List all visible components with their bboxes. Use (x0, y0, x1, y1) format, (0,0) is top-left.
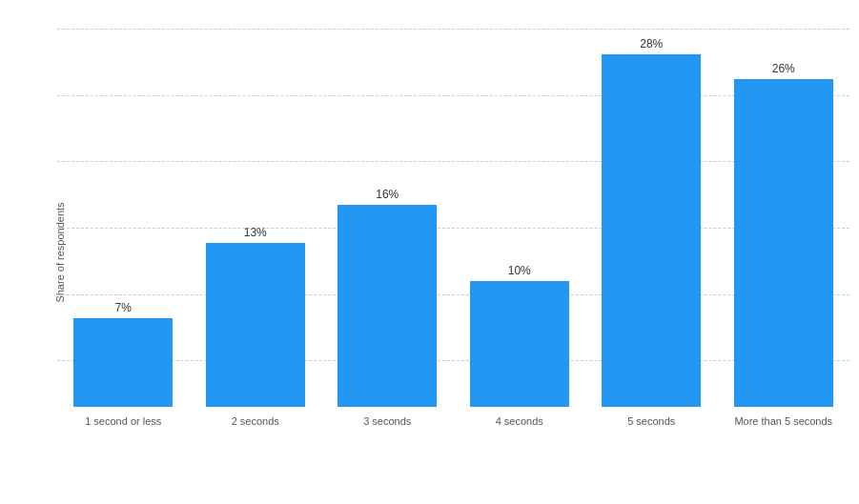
bars-wrapper: 7%13%16%10%28%26% (57, 19, 849, 407)
bar-group-bar-2: 13% (190, 19, 322, 407)
bar-value-label-bar-5: 28% (640, 37, 663, 50)
bar-bar-4 (470, 281, 569, 407)
bar-value-label-bar-6: 26% (772, 62, 795, 75)
bar-group-bar-5: 28% (585, 19, 718, 407)
bar-group-bar-4: 10% (454, 19, 586, 407)
chart-container: Share of respondents 7%13%16%10%28%26% 1… (0, 0, 859, 504)
bar-value-label-bar-2: 13% (244, 226, 267, 239)
bar-value-label-bar-1: 7% (115, 301, 132, 314)
bar-value-label-bar-3: 16% (376, 188, 399, 201)
bar-bar-2 (206, 243, 305, 407)
bar-bar-3 (337, 205, 437, 406)
bar-group-bar-3: 16% (321, 19, 454, 407)
bar-group-bar-6: 26% (718, 19, 850, 407)
bar-bar-1 (73, 318, 173, 406)
bar-bar-6 (734, 79, 833, 406)
bar-value-label-bar-4: 10% (508, 264, 531, 277)
chart-area: 7%13%16%10%28%26% 1 second or less2 seco… (57, 19, 849, 428)
bar-group-bar-1: 7% (57, 19, 190, 407)
bar-bar-5 (602, 54, 701, 407)
